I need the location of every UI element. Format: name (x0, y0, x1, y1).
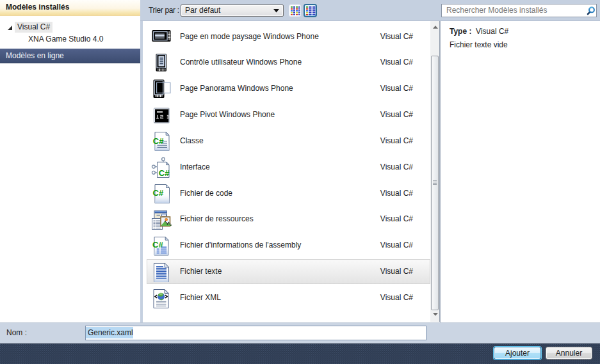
svg-text:C#: C# (153, 188, 164, 198)
svg-text:C#: C# (159, 168, 170, 178)
svg-text:C#: C# (152, 240, 163, 249)
svg-text:C#: C# (153, 136, 164, 146)
